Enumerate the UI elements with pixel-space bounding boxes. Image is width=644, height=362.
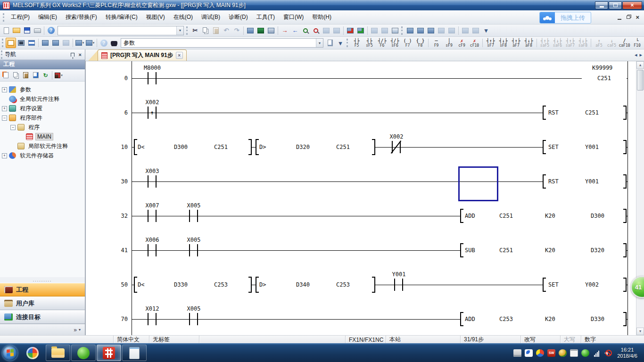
ladder-instruction[interactable]: RSTY001 bbox=[543, 174, 627, 189]
cloud-upload-button[interactable]: 拖拽上传 bbox=[539, 12, 591, 24]
menu-item-help[interactable]: 帮助(H) bbox=[308, 11, 336, 24]
maximize-button[interactable] bbox=[609, 1, 622, 9]
ladder-contact-open-X005[interactable] bbox=[189, 210, 198, 222]
tree-item-parameter[interactable]: +参数 bbox=[0, 85, 85, 94]
ladder-contact-open-X005[interactable] bbox=[189, 244, 198, 256]
ladder-contact-open-X007[interactable] bbox=[148, 210, 157, 222]
ladder-symbol-sF9-button[interactable]: │sF9 bbox=[443, 37, 455, 49]
ladder-rung-step-30[interactable]: 30X003RSTY001 bbox=[86, 165, 636, 199]
tree-item-global-device-comment[interactable]: 全局软元件注释 bbox=[0, 94, 85, 104]
ladder-rung-step-0[interactable]: 0M8000C251K99999 bbox=[86, 61, 636, 96]
tree-item-main[interactable]: MAIN bbox=[0, 132, 85, 141]
print-icon[interactable] bbox=[32, 25, 42, 36]
task-list-icon[interactable] bbox=[26, 38, 37, 48]
ladder-contact-closed-X002[interactable] bbox=[392, 141, 401, 153]
menu-item-window[interactable]: 窗口(W) bbox=[279, 11, 308, 24]
ladder-rung-step-70[interactable]: 70X012X005ADDC253K20D330 bbox=[86, 302, 636, 335]
tree-item-local-device-comment[interactable]: 局部软元件注释 bbox=[0, 141, 85, 151]
ladder-canvas[interactable]: ▲ ▼ 0M8000C251K999996↑X002RSTC25110D<D30… bbox=[85, 61, 644, 335]
ladder-symbol-aF8-button[interactable]: ┤↓├aF8 bbox=[522, 37, 535, 49]
tree-item-pou[interactable]: −程序部件 bbox=[0, 113, 85, 123]
device-batch-icon[interactable] bbox=[61, 38, 71, 48]
io-monitor-icon[interactable] bbox=[266, 25, 276, 36]
write-to-plc-icon[interactable]: → bbox=[280, 25, 290, 36]
combo2-combobox[interactable]: 参数▼ bbox=[121, 38, 323, 48]
ladder-symbol-caF5-button[interactable]: ↓caF5 bbox=[605, 37, 618, 49]
ladder-symbol-aF7-button[interactable]: ┤↑├aF7 bbox=[510, 37, 522, 49]
module-config-icon[interactable] bbox=[16, 38, 26, 48]
new-file-icon[interactable] bbox=[1, 25, 11, 36]
cut-icon[interactable]: ✂ bbox=[190, 25, 200, 36]
screen-icon[interactable] bbox=[390, 25, 400, 36]
ladder-symbol-sF5-button[interactable]: ┤├sF5 bbox=[363, 37, 376, 49]
read-from-plc-icon[interactable]: ← bbox=[290, 25, 300, 36]
scroll-down-icon[interactable]: ▼ bbox=[636, 328, 644, 335]
ladder-instruction[interactable]: SETY001 bbox=[543, 140, 627, 154]
menu-item-view[interactable]: 视图(V) bbox=[142, 11, 169, 24]
minimize-button[interactable] bbox=[595, 1, 608, 9]
mdi-close-button[interactable]: × bbox=[636, 14, 639, 20]
pin-icon[interactable] bbox=[71, 53, 74, 57]
combo1-combobox[interactable]: ▼ bbox=[58, 26, 184, 35]
nav-tab-project[interactable]: 工程 bbox=[0, 283, 85, 296]
tab-scroll-left-icon[interactable]: ◂ bbox=[635, 52, 637, 58]
tree-expander-icon[interactable]: + bbox=[2, 87, 7, 92]
ladder-symbol-F9-button[interactable]: ─F9 bbox=[430, 37, 443, 49]
monitor-step-icon[interactable] bbox=[446, 25, 457, 36]
ladder-rung-step-41[interactable]: 41X006X005SUBC251K20D320 bbox=[86, 233, 636, 268]
device-write-icon[interactable] bbox=[345, 25, 355, 36]
watch-start-icon[interactable] bbox=[460, 25, 471, 36]
ladder-rung-step-10[interactable]: 10D<D300C251D>D320C251X002SETY001 bbox=[86, 130, 636, 165]
ladder-symbol-F7-button[interactable]: ( )F7 bbox=[401, 37, 414, 49]
menu-item-edit[interactable]: 编辑(E) bbox=[34, 11, 61, 24]
ladder-symbol-saF8-button[interactable]: ┤↓├saF8 bbox=[577, 37, 589, 49]
taskbar-sogou-button[interactable] bbox=[20, 345, 45, 361]
open-file-icon[interactable] bbox=[11, 25, 22, 36]
ladder-instruction[interactable]: SETY002 bbox=[543, 278, 627, 292]
more-icon[interactable]: ▾ bbox=[79, 328, 81, 332]
ladder-contact-open-Y001[interactable] bbox=[394, 279, 403, 291]
network-signal-icon[interactable] bbox=[593, 349, 601, 357]
tab-scroll-right-icon[interactable]: ▸ bbox=[639, 52, 642, 58]
nav-paste-icon[interactable] bbox=[21, 70, 31, 80]
nav-refresh-icon[interactable]: ↻ bbox=[41, 70, 50, 80]
find-device-icon[interactable]: ▾ bbox=[85, 38, 95, 48]
find-icon[interactable] bbox=[109, 38, 119, 48]
ladder-symbol-sF8-button[interactable]: ┤↓├sF8 bbox=[497, 37, 510, 49]
nav-new-icon[interactable] bbox=[1, 70, 11, 80]
watch-stop-icon[interactable] bbox=[471, 25, 481, 36]
ladder-instruction[interactable]: RSTC251 bbox=[543, 106, 627, 120]
ladder-symbol-saF5-button[interactable]: ┤↑├saF5 bbox=[538, 37, 551, 49]
ladder-compare-block[interactable]: D>D340C253 bbox=[256, 277, 375, 293]
nav-copy-icon[interactable] bbox=[11, 70, 21, 80]
monitor-condition-icon[interactable] bbox=[426, 25, 436, 36]
ladder-symbol-cF9-button[interactable]: ✗cF9 bbox=[455, 37, 468, 49]
monitor-start-icon[interactable] bbox=[405, 25, 415, 36]
taskbar-notepad-button[interactable] bbox=[122, 345, 147, 361]
tree-item-program-setting[interactable]: +程序设置 bbox=[0, 104, 85, 113]
ladder-symbol-F6-button[interactable]: ┤/├F6 bbox=[376, 37, 388, 49]
taskbar-gx-works2-button[interactable] bbox=[97, 345, 121, 361]
expand-icon[interactable]: » bbox=[74, 327, 77, 333]
security-ball-tray-icon[interactable] bbox=[559, 349, 567, 357]
undo-icon[interactable]: ↶ bbox=[221, 25, 231, 36]
ladder-contact-open-X006[interactable] bbox=[148, 244, 157, 256]
solidworks-tray-icon[interactable]: SW bbox=[547, 349, 555, 357]
taskbar-browser-button[interactable] bbox=[71, 345, 96, 361]
document-tab[interactable]: [PRG]R 写入 MAIN 91步 × bbox=[98, 49, 187, 61]
ladder-instruction[interactable]: ADDC253K20D330 bbox=[460, 312, 627, 326]
nav-tab-connection-destination[interactable]: 连接目标 bbox=[0, 310, 85, 324]
menu-item-project[interactable]: 工程(P) bbox=[7, 11, 34, 24]
device-read-icon[interactable] bbox=[355, 25, 366, 36]
menu-item-tools[interactable]: 工具(T) bbox=[252, 11, 279, 24]
ladder-symbol-caF10-button[interactable]: /caF10 bbox=[618, 37, 631, 49]
verify-ng-icon[interactable] bbox=[311, 25, 321, 36]
menu-item-diagnostics[interactable]: 诊断(D) bbox=[224, 11, 252, 24]
remote-operation-icon[interactable] bbox=[380, 25, 390, 36]
device-terminal-icon[interactable] bbox=[256, 25, 266, 36]
overflow-1-icon[interactable]: ▾ bbox=[481, 25, 491, 36]
tree-item-program[interactable]: −程序 bbox=[0, 123, 85, 132]
device-list-icon[interactable] bbox=[50, 38, 61, 48]
device-comment-edit-icon[interactable] bbox=[40, 38, 50, 48]
volume-muted-icon[interactable] bbox=[604, 349, 612, 357]
